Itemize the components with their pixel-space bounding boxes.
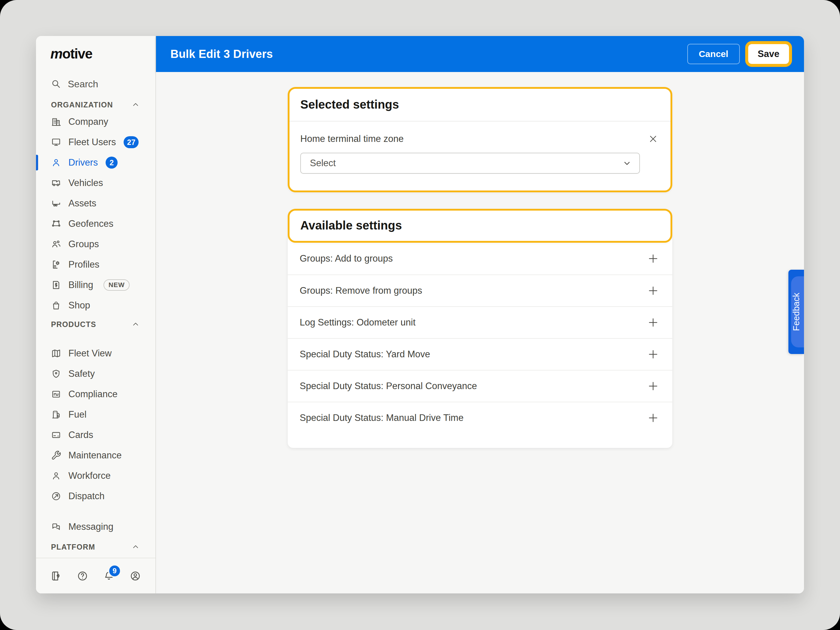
section-products[interactable]: PRODUCTS xyxy=(36,317,155,331)
sidebar-search[interactable]: Search xyxy=(36,76,155,92)
sidebar-item-dispatch[interactable]: Dispatch xyxy=(36,486,155,507)
setting-row-add-to-groups[interactable]: Groups: Add to groups xyxy=(288,243,672,275)
timezone-select[interactable]: Select xyxy=(300,153,640,174)
screen-background: mmotiveotive Search ORGANIZATION Company xyxy=(0,0,840,630)
add-setting-plus-icon[interactable] xyxy=(646,411,660,425)
add-setting-plus-icon[interactable] xyxy=(646,347,660,362)
add-setting-plus-icon[interactable] xyxy=(646,315,660,330)
sidebar-item-groups[interactable]: Groups xyxy=(36,234,155,254)
sidebar-item-company[interactable]: Company xyxy=(36,112,155,132)
setting-row-yard-move[interactable]: Special Duty Status: Yard Move xyxy=(288,338,672,370)
sidebar-item-fuel[interactable]: Fuel xyxy=(36,404,155,425)
selected-settings-card: Selected settings Home terminal time zon… xyxy=(288,87,672,192)
settings-column: Selected settings Home terminal time zon… xyxy=(288,87,672,448)
search-icon xyxy=(51,79,61,89)
chevron-down-icon xyxy=(622,159,632,168)
feedback-label: Feedback xyxy=(788,304,804,320)
sidebar-item-assets[interactable]: Assets xyxy=(36,193,155,213)
chevron-up-icon xyxy=(131,320,140,328)
cancel-button[interactable]: Cancel xyxy=(687,44,739,64)
sidebar-item-compliance[interactable]: Compliance xyxy=(36,384,155,404)
billing-icon xyxy=(51,280,61,290)
geofence-icon xyxy=(51,219,61,229)
monitor-icon xyxy=(51,137,61,147)
add-setting-plus-icon[interactable] xyxy=(646,251,660,266)
billing-new-tag: NEW xyxy=(104,279,130,291)
available-settings-title: Available settings xyxy=(300,219,402,232)
notifications-count-badge: 9 xyxy=(108,564,121,578)
sidebar-item-workforce[interactable]: Workforce xyxy=(36,466,155,486)
available-settings-list: Groups: Add to groups Groups: Remove fro… xyxy=(288,235,672,448)
fleet-users-count-badge: 27 xyxy=(123,136,139,148)
profiles-icon xyxy=(51,259,61,270)
sidebar-item-messaging[interactable]: Messaging xyxy=(36,516,155,537)
sidebar-item-geofences[interactable]: Geofences xyxy=(36,213,155,234)
remove-setting-close-icon[interactable] xyxy=(646,132,660,145)
drivers-count-badge: 2 xyxy=(106,156,118,169)
account-icon[interactable] xyxy=(129,570,141,582)
trailer-icon xyxy=(51,198,61,208)
selected-settings-title: Selected settings xyxy=(300,98,399,111)
setting-row-remove-from-groups[interactable]: Groups: Remove from groups xyxy=(288,275,672,306)
driver-icon xyxy=(51,158,61,168)
main-content: Selected settings Home terminal time zon… xyxy=(156,72,804,594)
sidebar-item-profiles[interactable]: Profiles xyxy=(36,254,155,275)
shield-icon xyxy=(51,369,61,379)
dispatch-icon xyxy=(51,491,61,501)
map-icon xyxy=(51,348,61,358)
wrench-icon xyxy=(51,450,61,461)
add-setting-plus-icon[interactable] xyxy=(646,284,660,298)
sidebar-item-cards[interactable]: Cards xyxy=(36,425,155,445)
chevron-up-icon xyxy=(131,543,140,551)
available-settings-card: Available settings xyxy=(288,209,672,243)
truck-icon xyxy=(51,178,61,188)
home-terminal-label: Home terminal time zone xyxy=(300,134,404,144)
setting-row-personal-conveyance[interactable]: Special Duty Status: Personal Conveyance xyxy=(288,370,672,402)
sidebar-item-shop[interactable]: Shop xyxy=(36,295,155,316)
motive-logo: mmotiveotive xyxy=(51,46,155,62)
shop-bag-icon xyxy=(51,300,61,311)
fuel-pump-icon xyxy=(51,409,61,420)
sidebar-item-vehicles[interactable]: Vehicles xyxy=(36,173,155,193)
sidebar-item-billing[interactable]: Billing NEW xyxy=(36,275,155,295)
section-platform[interactable]: PLATFORM xyxy=(36,540,155,554)
feedback-tab[interactable]: Feedback xyxy=(788,270,804,354)
notifications-bell-icon[interactable]: 9 xyxy=(103,570,115,582)
save-button[interactable]: Save xyxy=(748,44,789,64)
selected-settings-body: Home terminal time zone Select xyxy=(289,122,671,191)
credit-card-icon xyxy=(51,430,61,440)
available-settings-header: Available settings xyxy=(289,211,671,241)
app-window: mmotiveotive Search ORGANIZATION Company xyxy=(36,36,804,594)
home-terminal-field-row: Home terminal time zone xyxy=(300,132,660,145)
setting-row-odometer-unit[interactable]: Log Settings: Odometer unit xyxy=(288,306,672,338)
save-button-focus-ring: Save xyxy=(745,41,792,67)
selected-settings-header: Selected settings xyxy=(289,89,671,121)
sidebar-item-maintenance[interactable]: Maintenance xyxy=(36,445,155,466)
sidebar: mmotiveotive Search ORGANIZATION Company xyxy=(36,36,156,594)
setting-row-manual-drive-time[interactable]: Special Duty Status: Manual Drive Time xyxy=(288,402,672,434)
help-icon[interactable] xyxy=(77,570,88,582)
person-icon xyxy=(51,471,61,481)
timezone-select-value: Select xyxy=(310,158,336,169)
sidebar-footer: 9 xyxy=(36,558,155,594)
compliance-icon xyxy=(51,389,61,399)
sidebar-item-fleet-users[interactable]: Fleet Users 27 xyxy=(36,132,155,152)
section-organization[interactable]: ORGANIZATION xyxy=(36,98,155,112)
groups-icon xyxy=(51,239,61,249)
add-setting-plus-icon[interactable] xyxy=(646,379,660,393)
chevron-up-icon xyxy=(131,101,140,109)
company-icon xyxy=(51,117,61,127)
page-title: Bulk Edit 3 Drivers xyxy=(171,48,687,61)
sidebar-item-drivers[interactable]: Drivers 2 xyxy=(36,152,155,173)
search-label: Search xyxy=(68,79,98,90)
guide-map-icon[interactable] xyxy=(51,570,62,582)
bulk-edit-header: Bulk Edit 3 Drivers Cancel Save xyxy=(156,36,804,72)
sidebar-item-fleet-view[interactable]: Fleet View xyxy=(36,343,155,363)
sidebar-item-safety[interactable]: Safety xyxy=(36,363,155,384)
messaging-icon xyxy=(51,522,61,532)
